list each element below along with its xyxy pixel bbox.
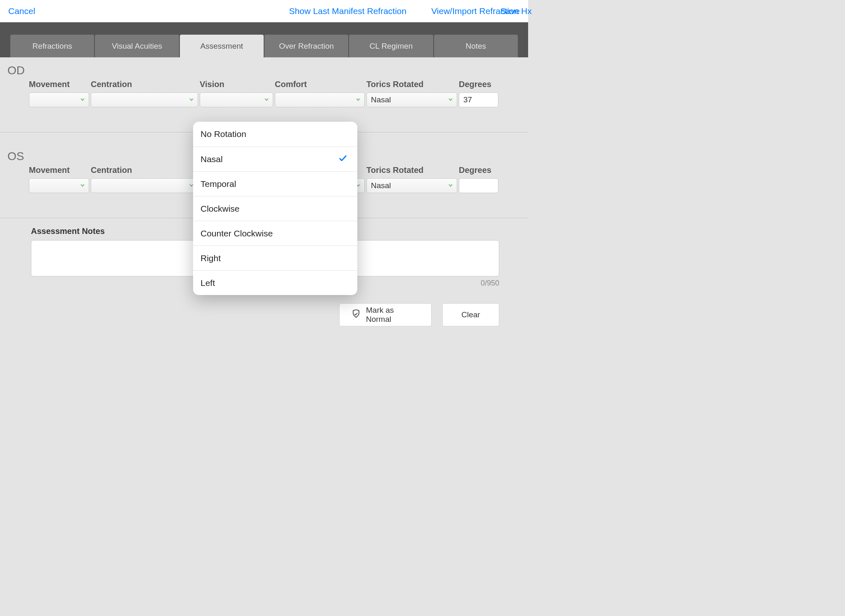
chevron-down-icon — [80, 183, 85, 189]
dropdown-option-counter-clockwise[interactable]: Counter Clockwise — [193, 221, 357, 245]
top-bar: Cancel Show Last Manifest Refraction Vie… — [0, 0, 528, 22]
clear-button[interactable]: Clear — [442, 303, 499, 326]
dropdown-option-temporal[interactable]: Temporal — [193, 171, 357, 196]
dropdown-option-label: Right — [201, 253, 221, 263]
chevron-down-icon — [448, 97, 453, 103]
os-centration-select[interactable] — [91, 178, 198, 193]
od-movement-label: Movement — [29, 80, 89, 89]
os-movement-select[interactable] — [29, 178, 89, 193]
od-degrees-field: Degrees 37 — [459, 80, 498, 107]
chevron-down-icon — [448, 183, 453, 189]
dropdown-option-nasal[interactable]: Nasal — [193, 146, 357, 171]
od-degrees-input[interactable]: 37 — [459, 92, 498, 107]
od-label: OD — [0, 64, 528, 77]
od-movement-select[interactable] — [29, 92, 89, 107]
od-torics-select[interactable]: Nasal — [366, 92, 457, 107]
chevron-down-icon — [80, 97, 85, 103]
od-torics-field: Torics Rotated Nasal — [366, 80, 457, 107]
os-centration-field: Centration — [91, 165, 198, 193]
dropdown-option-right[interactable]: Right — [193, 245, 357, 270]
mark-as-normal-button[interactable]: Mark as Normal — [339, 303, 432, 326]
od-torics-label: Torics Rotated — [366, 80, 457, 89]
od-vision-field: Vision — [200, 80, 273, 107]
od-comfort-select[interactable] — [275, 92, 365, 107]
tab-refractions[interactable]: Refractions — [10, 35, 94, 57]
torics-rotated-dropdown: No Rotation Nasal Temporal Clockwise Cou… — [193, 122, 357, 295]
tab-bar-container: Refractions Visual Acuities Assessment O… — [0, 22, 528, 57]
checkmark-icon — [338, 153, 347, 165]
os-torics-label: Torics Rotated — [366, 165, 457, 175]
tab-notes[interactable]: Notes — [434, 35, 518, 57]
od-centration-field: Centration — [91, 80, 198, 107]
dropdown-option-label: Temporal — [201, 179, 236, 189]
od-vision-select[interactable] — [200, 92, 273, 107]
dropdown-option-label: No Rotation — [201, 129, 246, 139]
od-vision-label: Vision — [200, 80, 273, 89]
view-import-hx-button[interactable]: View/Import Refraction Hx — [431, 6, 528, 16]
cancel-button[interactable]: Cancel — [8, 6, 35, 16]
dropdown-option-clockwise[interactable]: Clockwise — [193, 196, 357, 221]
od-centration-label: Centration — [91, 80, 198, 89]
dropdown-option-label: Left — [201, 278, 215, 288]
os-movement-label: Movement — [29, 165, 89, 175]
chevron-down-icon — [355, 97, 361, 103]
os-degrees-field: Degrees — [459, 165, 498, 193]
tab-over-refraction[interactable]: Over Refraction — [264, 35, 348, 57]
os-torics-value: Nasal — [371, 181, 391, 190]
show-last-manifest-button[interactable]: Show Last Manifest Refraction — [289, 6, 406, 16]
od-degrees-label: Degrees — [459, 80, 498, 89]
dropdown-option-left[interactable]: Left — [193, 270, 357, 295]
od-fields-row: Movement Centration Vision — [0, 80, 528, 107]
os-torics-field: Torics Rotated Nasal — [366, 165, 457, 193]
clear-label: Clear — [461, 310, 480, 319]
chevron-down-icon — [264, 97, 269, 103]
chevron-down-icon — [189, 97, 194, 103]
dropdown-option-label: Clockwise — [201, 204, 240, 214]
dropdown-option-no-rotation[interactable]: No Rotation — [193, 122, 357, 146]
os-degrees-input[interactable] — [459, 178, 498, 193]
od-comfort-field: Comfort — [275, 80, 365, 107]
os-torics-select[interactable]: Nasal — [366, 178, 457, 193]
dropdown-option-label: Counter Clockwise — [201, 229, 273, 238]
tab-cl-regimen[interactable]: CL Regimen — [349, 35, 433, 57]
tab-assessment[interactable]: Assessment — [180, 35, 264, 57]
od-degrees-value: 37 — [463, 95, 472, 104]
os-movement-field: Movement — [29, 165, 89, 193]
shield-check-icon — [351, 309, 361, 321]
tab-bar: Refractions Visual Acuities Assessment O… — [10, 35, 518, 57]
od-centration-select[interactable] — [91, 92, 198, 107]
os-centration-label: Centration — [91, 165, 198, 175]
tab-visual-acuities[interactable]: Visual Acuities — [95, 35, 179, 57]
od-torics-value: Nasal — [371, 95, 391, 104]
od-comfort-label: Comfort — [275, 80, 365, 89]
dropdown-option-label: Nasal — [201, 154, 223, 164]
od-movement-field: Movement — [29, 80, 89, 107]
mark-as-normal-label: Mark as Normal — [366, 306, 420, 324]
os-degrees-label: Degrees — [459, 165, 498, 175]
